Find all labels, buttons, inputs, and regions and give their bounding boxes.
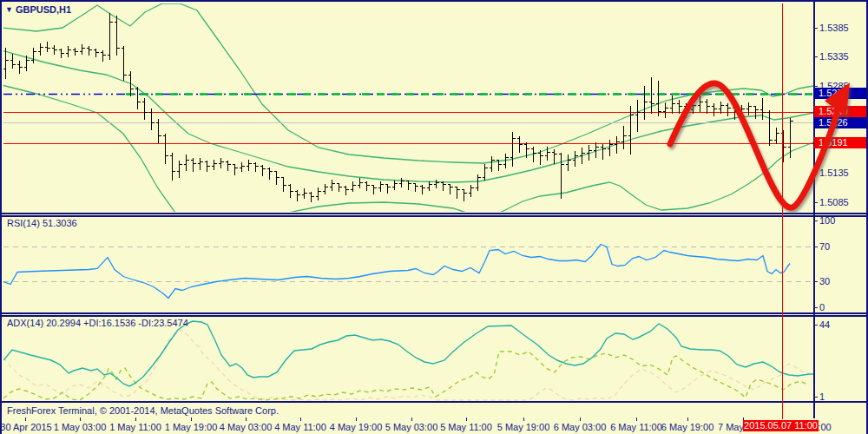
time-axis-label: 4 May 19:00	[330, 422, 383, 432]
rsi-axis-tick	[813, 281, 818, 282]
time-axis-label: 7 May	[718, 422, 744, 432]
price-axis-label: 1.5385	[819, 23, 849, 33]
time-axis-label: 1 May 11:00	[109, 422, 161, 432]
adx-axis-tick	[813, 397, 818, 398]
time-axis-label: 1 May 19:00	[165, 422, 218, 432]
rsi-axis-label: 30	[819, 276, 830, 286]
time-axis-tick	[135, 418, 136, 421]
crosshair-time-badge: 2015.05.07 11:00	[743, 420, 819, 431]
time-axis-tick	[356, 418, 357, 421]
price-badge-1.5226: 1.5226	[814, 117, 868, 128]
time-axis-label: :00	[818, 422, 831, 432]
time-axis-label: 30 Apr 2015	[0, 422, 51, 432]
price-axis-tick	[813, 202, 818, 203]
price-axis-tick	[813, 28, 818, 29]
rsi-axis-tick	[813, 307, 818, 308]
panel-separator[interactable]	[2, 312, 868, 317]
rsi-axis-label: 70	[819, 241, 830, 252]
time-axis-tick	[191, 418, 192, 421]
time-axis-label: 5 May 11:00	[440, 422, 492, 432]
time-axis-label: 4 May 11:00	[274, 422, 326, 432]
price-axis-label: 1.5335	[819, 51, 849, 62]
time-axis-label: 1 May 03:00	[54, 422, 107, 432]
time-axis-tick	[25, 418, 26, 421]
price-axis-border	[813, 2, 815, 418]
symbol-timeframe-label: GBPUSD,H1	[16, 4, 71, 15]
time-axis-label: 5 May 19:00	[497, 422, 550, 432]
symbol-dropdown-icon: ▼	[5, 4, 13, 15]
time-axis-label: 4 May 03:00	[220, 422, 273, 432]
trading-terminal-window: ▼ GBPUSD,H1 RSI(14) 51.3036 ADX(14) 20.2…	[0, 0, 868, 434]
rsi-axis-label: 0	[819, 302, 825, 312]
adx-axis-label: 1	[819, 391, 825, 402]
panel-separator	[2, 401, 868, 403]
price-axis-tick	[813, 86, 818, 87]
time-axis-label: 5 May 03:00	[385, 422, 438, 432]
time-axis-tick	[300, 418, 301, 421]
time-axis-tick	[246, 418, 247, 421]
time-axis-tick	[466, 418, 467, 421]
time-axis-tick	[411, 418, 412, 421]
price-badge-1.5191: 1.5191	[814, 137, 868, 148]
price-badge-1.5240: 1.5240	[814, 106, 868, 117]
price-axis-label: 1.5085	[819, 197, 849, 207]
rsi-indicator-label: RSI(14) 51.3036	[7, 218, 77, 228]
rsi-axis-tick	[813, 247, 818, 247]
time-axis-tick	[523, 418, 524, 421]
adx-axis-tick	[813, 325, 818, 326]
adx-axis-label: 44	[819, 319, 830, 330]
time-axis-tick	[80, 418, 81, 421]
time-axis-tick	[636, 418, 637, 421]
time-axis-tick	[580, 418, 581, 421]
time-axis-label: 6 May 03:00	[554, 422, 607, 432]
time-axis-label: 6 May 19:00	[661, 422, 714, 432]
panel-separator[interactable]	[2, 213, 868, 217]
adx-indicator-label: ADX(14) 20.2994 +DI:16.1536 -DI:23.5474	[7, 318, 188, 328]
time-axis-tick	[687, 418, 688, 421]
rsi-axis-tick	[813, 220, 818, 221]
price-axis-tick	[813, 56, 818, 57]
rsi-axis-label: 100	[819, 215, 835, 226]
price-axis-tick	[813, 173, 818, 174]
price-axis-label: 1.5135	[819, 168, 849, 178]
time-axis-label: 6 May 11:00	[610, 422, 662, 432]
copyright-text: FreshForex Terminal, © 2001-2014, MetaQu…	[7, 405, 279, 416]
price-badge-1.5270: 1.5270	[814, 88, 868, 99]
